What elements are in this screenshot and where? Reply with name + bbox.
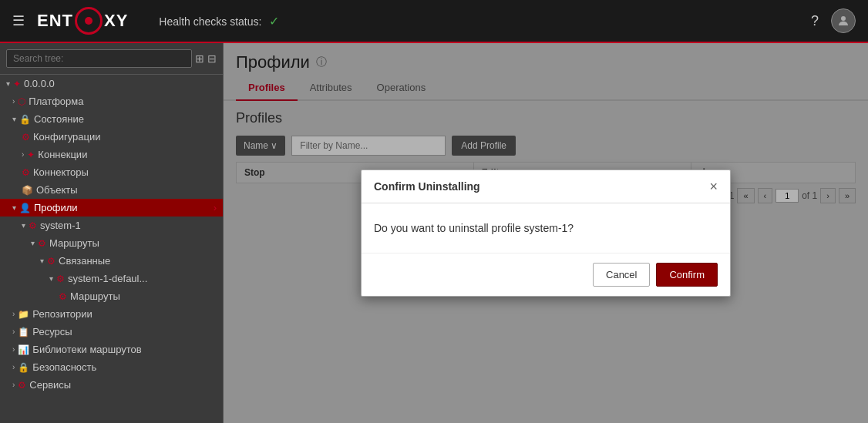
tree-item-label: Коннекции: [38, 149, 87, 160]
logo-circle-icon: [75, 7, 103, 35]
tree-item-label: Ресурсы: [32, 326, 72, 337]
libraries-icon: 📊: [18, 344, 29, 355]
tree-item-label: system-1-defaul...: [68, 273, 147, 284]
dialog-close-button[interactable]: ×: [709, 180, 718, 193]
arrow-icon: ▾: [6, 79, 10, 88]
state-icon: 🔒: [19, 114, 31, 125]
arrow-icon: ▾: [31, 239, 35, 247]
arrow-icon: ›: [12, 345, 15, 354]
tree-item-label: Связанные: [59, 255, 110, 267]
tree-item-security[interactable]: › 🔒 Безопасность: [0, 358, 223, 376]
tree-item-label: Коннекторы: [33, 166, 89, 178]
tree-item-label: Профили: [34, 202, 78, 213]
tree-item-routes[interactable]: ▾ ⚙ Маршруты: [0, 234, 223, 252]
tree-item-label: Сервисы: [29, 379, 71, 391]
arrow-icon: ▾: [40, 257, 44, 265]
dialog-footer: Cancel Confirm: [362, 253, 730, 296]
health-status: Health checks status: ✓: [159, 14, 811, 29]
tree-item-routes2[interactable]: ⚙ Маршруты: [0, 287, 223, 305]
arrow-icon: ›: [12, 310, 15, 318]
confirm-dialog: Confirm Uninstalling × Do you want to un…: [361, 170, 731, 297]
configs-icon: ⚙: [22, 132, 30, 143]
tree-item-platform[interactable]: › ⬡ Платформа: [0, 92, 223, 110]
tree-item-configs[interactable]: ⚙ Конфигурации: [0, 128, 223, 146]
repositories-icon: 📁: [18, 309, 29, 320]
arrow-icon: ›: [12, 363, 15, 371]
svg-point-0: [841, 16, 846, 21]
tree-item-label: Репозитории: [32, 308, 92, 320]
confirm-button[interactable]: Confirm: [656, 263, 718, 287]
tree-item-label: system-1: [40, 220, 81, 231]
tree-item-label: 0.0.0.0: [24, 78, 55, 89]
routes-icon: ⚙: [38, 238, 46, 249]
user-avatar[interactable]: [831, 8, 856, 33]
platform-icon: ⬡: [18, 96, 25, 107]
tree-item-repositories[interactable]: › 📁 Репозитории: [0, 305, 223, 323]
header: ☰ ENT XY Health checks status: ✓ ?: [0, 0, 868, 43]
tree-item-objects[interactable]: 📦 Объекты: [0, 181, 223, 199]
linked-icon: ⚙: [47, 256, 56, 267]
tree-item-services[interactable]: › ⚙ Сервисы: [0, 376, 223, 394]
health-check-icon: ✓: [269, 15, 279, 28]
tree-item-profiles[interactable]: ▾ 👤 Профили ›: [0, 199, 223, 217]
tree-item-system1-default[interactable]: ▾ ⚙ system-1-defaul...: [0, 270, 223, 287]
search-input[interactable]: [6, 49, 192, 68]
expand-arrow-icon: ›: [214, 202, 217, 213]
tree-item-root[interactable]: ▾ ✦ 0.0.0.0: [0, 75, 223, 92]
tree-item-resources[interactable]: › 📋 Ресурсы: [0, 323, 223, 341]
tree-item-label: Безопасность: [32, 361, 96, 373]
default-icon: ⚙: [56, 274, 65, 284]
tree-item-connections[interactable]: › ✦ Коннекции: [0, 146, 223, 163]
tree-item-label: Объекты: [36, 184, 78, 196]
modal-overlay: Confirm Uninstalling × Do you want to un…: [224, 43, 868, 423]
menu-icon[interactable]: ☰: [12, 12, 25, 29]
tree-item-system1[interactable]: ▾ ⚙ system-1: [0, 217, 223, 234]
sidebar: ⊞ ⊟ ▾ ✦ 0.0.0.0 › ⬡ Платформа ▾ 🔒 Состоя…: [0, 43, 224, 423]
security-icon: 🔒: [18, 362, 29, 373]
connectors-icon: ⚙: [22, 167, 30, 178]
root-node-icon: ✦: [13, 79, 21, 89]
content-area: Профили ⓘ Profiles Attributes Operations…: [224, 43, 868, 423]
dialog-header: Confirm Uninstalling ×: [362, 170, 730, 203]
arrow-icon: ›: [12, 327, 15, 336]
logo: ENT XY: [37, 7, 128, 35]
resources-icon: 📋: [18, 327, 29, 337]
tree-item-label: Конфигурации: [33, 131, 100, 143]
header-right: ?: [811, 8, 856, 33]
tree-item-label: Состояние: [34, 113, 84, 125]
tree-item-libraries[interactable]: › 📊 Библиотеки маршрутов: [0, 341, 223, 358]
services-icon: ⚙: [18, 380, 26, 391]
arrow-icon: ▾: [49, 274, 53, 283]
dialog-title: Confirm Uninstalling: [374, 180, 480, 193]
tree-item-linked[interactable]: ▾ ⚙ Связанные: [0, 252, 223, 270]
tree-item-label: Платформа: [29, 96, 83, 107]
search-bar: ⊞ ⊟: [0, 43, 223, 75]
cancel-button[interactable]: Cancel: [593, 263, 650, 287]
routes2-icon: ⚙: [59, 291, 67, 302]
connections-icon: ✦: [27, 149, 35, 160]
dialog-body: Do you want to uninstall profile system-…: [362, 203, 730, 253]
expand-tree-icon[interactable]: ⊞: [195, 52, 204, 65]
tree-item-state[interactable]: ▾ 🔒 Состояние: [0, 110, 223, 128]
help-icon[interactable]: ?: [811, 13, 819, 29]
arrow-icon: ›: [22, 150, 24, 159]
arrow-icon: ›: [12, 381, 15, 389]
tree-item-label: Маршруты: [49, 237, 99, 249]
collapse-tree-icon[interactable]: ⊟: [207, 52, 217, 65]
tree-item-connectors[interactable]: ⚙ Коннекторы: [0, 163, 223, 181]
tree-item-label: Маршруты: [70, 290, 120, 302]
system1-icon: ⚙: [29, 220, 37, 231]
objects-icon: 📦: [22, 185, 33, 196]
arrow-icon: ▾: [22, 221, 25, 230]
main-layout: ⊞ ⊟ ▾ ✦ 0.0.0.0 › ⬡ Платформа ▾ 🔒 Состоя…: [0, 43, 868, 423]
arrow-icon: ▾: [12, 203, 16, 212]
dialog-message: Do you want to uninstall profile system-…: [374, 222, 574, 234]
arrow-icon: ›: [12, 97, 15, 106]
tree-item-label: Библиотеки маршрутов: [32, 344, 141, 355]
profiles-icon: 👤: [19, 203, 31, 213]
arrow-icon: ▾: [12, 115, 16, 123]
